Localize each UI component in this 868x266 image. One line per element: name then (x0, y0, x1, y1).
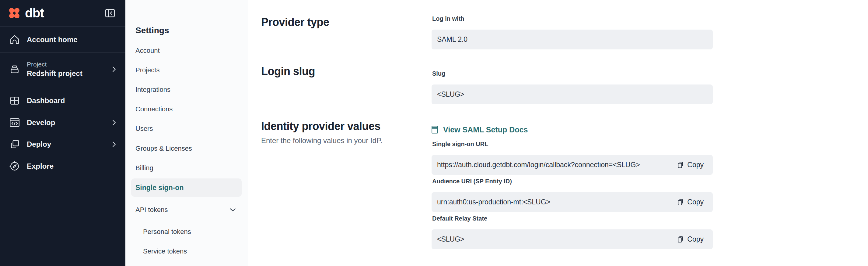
default-relay-state-field[interactable]: <SLUG> Copy (432, 230, 713, 249)
copy-icon (677, 198, 684, 206)
settings-item-billing[interactable]: Billing (135, 164, 153, 172)
sidebar-item-label: Account home (27, 35, 78, 44)
field-label-sso-url: Single sign-on URL (432, 141, 488, 148)
audience-uri-field[interactable]: urn:auth0:us-production-mt:<SLUG> Copy (432, 192, 713, 212)
audience-uri-value: urn:auth0:us-production-mt:<SLUG> (437, 198, 550, 206)
sidebar-item-account-home[interactable]: Account home (0, 27, 125, 53)
active-item-label: Single sign-on (135, 184, 184, 192)
sidebar-item-label: Explore (27, 162, 54, 170)
settings-item-integrations[interactable]: Integrations (135, 86, 170, 94)
project-kicker: Project (27, 61, 83, 68)
project-name: Redshift project (27, 69, 83, 78)
project-labels: Project Redshift project (27, 61, 83, 78)
sso-url-field[interactable]: https://auth.cloud.getdbt.com/login/call… (432, 155, 713, 175)
project-stack-icon (8, 63, 21, 75)
provider-type-field[interactable]: SAML 2.0 (432, 30, 713, 49)
settings-item-single-sign-on[interactable]: Single sign-on (131, 179, 242, 197)
sidebar-item-label: Dashboard (27, 97, 65, 105)
settings-item-api-tokens[interactable]: API tokens (135, 205, 236, 215)
collapse-panel-icon (105, 9, 115, 18)
settings-item-projects[interactable]: Projects (135, 66, 159, 74)
copy-button-label: Copy (687, 235, 704, 243)
dbt-logo-icon (7, 6, 21, 20)
section-title-provider-type: Provider type (261, 16, 329, 29)
chevron-right-icon (112, 66, 116, 72)
sso-url-value: https://auth.cloud.getdbt.com/login/call… (437, 161, 640, 169)
copy-button-label: Copy (687, 161, 704, 169)
api-tokens-label: API tokens (135, 206, 168, 214)
view-saml-setup-docs-link[interactable]: View SAML Setup Docs (431, 125, 528, 134)
settings-item-service-tokens[interactable]: Service tokens (143, 247, 187, 255)
explore-compass-icon (8, 161, 21, 172)
field-label-log-in-with: Log in with (432, 15, 464, 22)
docs-link-label: View SAML Setup Docs (443, 125, 528, 134)
sidebar-item-label: Develop (27, 118, 55, 127)
chevron-right-icon (112, 141, 116, 147)
copy-icon (677, 161, 684, 169)
sidebar-item-dashboard[interactable]: Dashboard (0, 91, 125, 110)
idp-values-subtitle: Enter the following values in your IdP. (261, 136, 382, 145)
deploy-squares-icon (8, 139, 21, 150)
dashboard-grid-icon (8, 95, 21, 106)
sidebar-item-develop[interactable]: Develop (0, 113, 125, 132)
sidebar-item-deploy[interactable]: Deploy (0, 135, 125, 154)
section-title-idp-values: Identity provider values (261, 120, 380, 133)
develop-code-icon (8, 117, 21, 128)
copy-icon (677, 235, 684, 243)
primary-sidebar: dbt Account home Project Redsh (0, 0, 125, 266)
chevron-right-icon (112, 119, 116, 126)
provider-type-value: SAML 2.0 (437, 35, 467, 44)
login-slug-field[interactable]: <SLUG> (432, 84, 713, 104)
copy-relay-state-button[interactable]: Copy (677, 235, 704, 243)
document-icon (431, 125, 438, 134)
settings-item-connections[interactable]: Connections (135, 105, 173, 113)
logo-text: dbt (25, 6, 44, 21)
copy-sso-url-button[interactable]: Copy (677, 161, 704, 169)
home-icon (8, 34, 21, 46)
settings-title: Settings (135, 26, 169, 35)
default-relay-state-value: <SLUG> (437, 235, 464, 243)
settings-item-account[interactable]: Account (135, 47, 160, 55)
section-title-login-slug: Login slug (261, 65, 315, 78)
sidebar-item-label: Deploy (27, 140, 51, 149)
settings-item-personal-tokens[interactable]: Personal tokens (143, 228, 191, 236)
settings-sidebar: Settings Account Projects Integrations C… (125, 0, 248, 266)
sidebar-item-explore[interactable]: Explore (0, 157, 125, 176)
copy-button-label: Copy (687, 198, 704, 206)
login-slug-value: <SLUG> (437, 90, 464, 99)
settings-item-groups-licenses[interactable]: Groups & Licenses (135, 144, 192, 153)
logo-row: dbt (0, 0, 125, 27)
field-label-default-relay-state: Default Relay State (432, 215, 487, 222)
copy-audience-uri-button[interactable]: Copy (677, 198, 704, 206)
collapse-sidebar-button[interactable] (105, 9, 115, 18)
sidebar-item-project[interactable]: Project Redshift project (0, 53, 125, 86)
settings-item-users[interactable]: Users (135, 125, 153, 133)
chevron-down-icon (230, 208, 236, 212)
field-label-audience-uri: Audience URI (SP Entity ID) (432, 178, 512, 185)
field-label-slug: Slug (432, 70, 445, 77)
